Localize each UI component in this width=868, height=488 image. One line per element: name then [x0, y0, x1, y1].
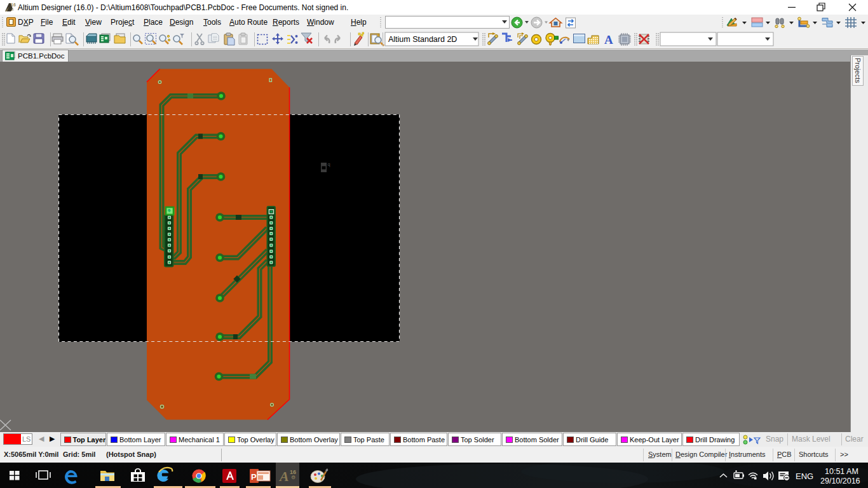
svg-text:q: q	[328, 161, 330, 167]
svg-text:⚙: ⚙	[291, 475, 295, 480]
svg-text:A: A	[604, 33, 613, 46]
svg-text:P: P	[251, 472, 257, 482]
svg-text:A: A	[278, 468, 289, 484]
svg-text:10:51 AM: 10:51 AM	[825, 467, 858, 476]
svg-text:ENG: ENG	[796, 471, 813, 481]
svg-text:16: 16	[11, 3, 16, 7]
svg-text:29/10/2016: 29/10/2016	[820, 477, 860, 485]
svg-text:Altium Standard 2D: Altium Standard 2D	[388, 35, 457, 44]
svg-text:8: 8	[11, 8, 14, 11]
